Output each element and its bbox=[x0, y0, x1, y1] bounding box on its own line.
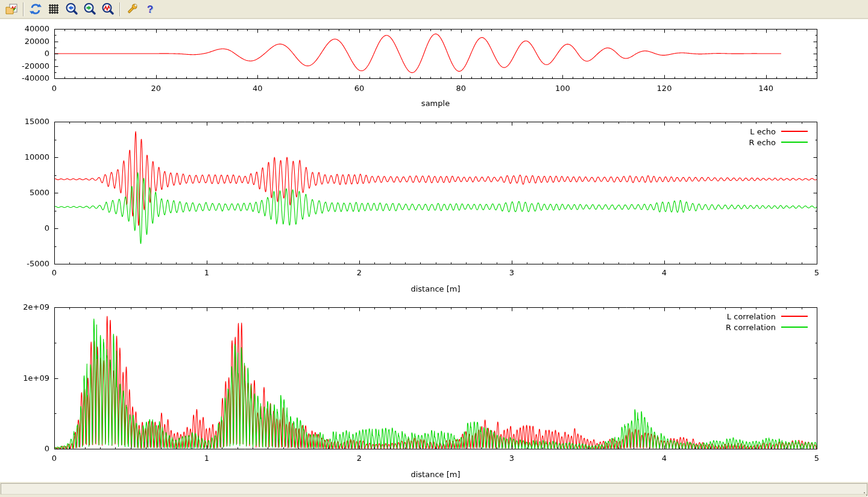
wrench-icon bbox=[125, 2, 139, 16]
legend-line-sample bbox=[781, 327, 808, 328]
zoom-next-button[interactable] bbox=[81, 1, 99, 17]
y-tick-label: 0 bbox=[0, 444, 49, 453]
y-tick-label: 10000 bbox=[0, 152, 49, 161]
configure-button[interactable] bbox=[123, 1, 141, 17]
zoom-previous-icon bbox=[65, 2, 78, 16]
x-axis-label: distance [m] bbox=[410, 470, 460, 479]
zoom-next-icon bbox=[83, 2, 96, 16]
grid-icon bbox=[47, 2, 60, 16]
x-tick-label: 3 bbox=[509, 268, 514, 277]
x-tick-label: 1 bbox=[204, 268, 209, 277]
help-button[interactable]: ? bbox=[141, 1, 159, 17]
question-mark-icon: ? bbox=[147, 4, 153, 14]
autoscale-button[interactable] bbox=[99, 1, 117, 17]
y-tick-label: 15000 bbox=[0, 117, 49, 126]
x-tick-label: 80 bbox=[456, 84, 466, 93]
resize-grip-icon[interactable] bbox=[864, 492, 865, 493]
legend-entry: L correlation bbox=[727, 311, 808, 322]
x-tick-label: 5 bbox=[814, 268, 819, 277]
x-tick-label: 3 bbox=[509, 454, 514, 463]
legend-entry: R correlation bbox=[726, 322, 808, 333]
legend-line-sample bbox=[781, 316, 808, 317]
legend-label: L correlation bbox=[727, 312, 776, 321]
toolbar: ? bbox=[0, 0, 868, 19]
x-tick-label: 40 bbox=[253, 84, 263, 93]
y-tick-label: -5000 bbox=[0, 259, 49, 268]
y-tick-label: 1e+09 bbox=[0, 374, 49, 383]
y-tick-label: 5000 bbox=[0, 188, 49, 197]
status-bar bbox=[0, 482, 868, 497]
autoscale-icon bbox=[101, 2, 115, 16]
legend-entry: R echo bbox=[749, 137, 808, 148]
x-tick-label: 4 bbox=[662, 454, 667, 463]
y-tick-label: 0 bbox=[0, 223, 49, 233]
y-tick-label: -20000 bbox=[0, 61, 49, 70]
x-tick-label: 4 bbox=[662, 268, 667, 277]
y-tick-label: 0 bbox=[0, 49, 49, 58]
toolbar-separator bbox=[119, 2, 121, 16]
x-axis-label: distance [m] bbox=[410, 284, 460, 293]
clipboard-chart-icon bbox=[5, 2, 18, 16]
legend-entry: L echo bbox=[750, 126, 808, 137]
y-tick-label: 40000 bbox=[0, 24, 49, 33]
x-axis-label: sample bbox=[421, 99, 450, 108]
copy-plot-button[interactable] bbox=[2, 1, 20, 17]
legend-label: R echo bbox=[749, 138, 776, 147]
x-tick-label: 120 bbox=[657, 84, 672, 93]
x-tick-label: 1 bbox=[204, 454, 209, 463]
x-tick-label: 0 bbox=[52, 268, 57, 277]
x-tick-label: 140 bbox=[758, 84, 773, 93]
legend-line-sample bbox=[781, 142, 808, 143]
x-tick-label: 0 bbox=[52, 454, 57, 463]
grid-toggle-button[interactable] bbox=[45, 1, 63, 17]
zoom-previous-button[interactable] bbox=[63, 1, 81, 17]
plots-canvas[interactable] bbox=[0, 19, 868, 482]
gnuplot-window: ? 020406080100120140-40000-2000002000040… bbox=[0, 0, 868, 497]
y-tick-label: 20000 bbox=[0, 37, 49, 46]
x-tick-label: 100 bbox=[555, 84, 570, 93]
x-tick-label: 60 bbox=[354, 84, 365, 93]
legend-line-sample bbox=[781, 131, 808, 132]
plot-area: 020406080100120140-40000-200000200004000… bbox=[0, 19, 868, 482]
toolbar-separator bbox=[23, 2, 24, 16]
x-tick-label: 20 bbox=[151, 84, 161, 93]
replot-button[interactable] bbox=[27, 1, 45, 17]
legend-label: R correlation bbox=[726, 323, 776, 332]
y-tick-label: 2e+09 bbox=[0, 302, 49, 311]
status-field bbox=[1, 483, 867, 495]
y-tick-label: -40000 bbox=[0, 73, 49, 83]
x-tick-label: 0 bbox=[52, 84, 57, 93]
refresh-icon bbox=[29, 2, 42, 16]
x-tick-label: 5 bbox=[814, 454, 819, 463]
x-tick-label: 2 bbox=[357, 268, 362, 277]
x-tick-label: 2 bbox=[357, 454, 362, 463]
legend-label: L echo bbox=[750, 127, 776, 136]
